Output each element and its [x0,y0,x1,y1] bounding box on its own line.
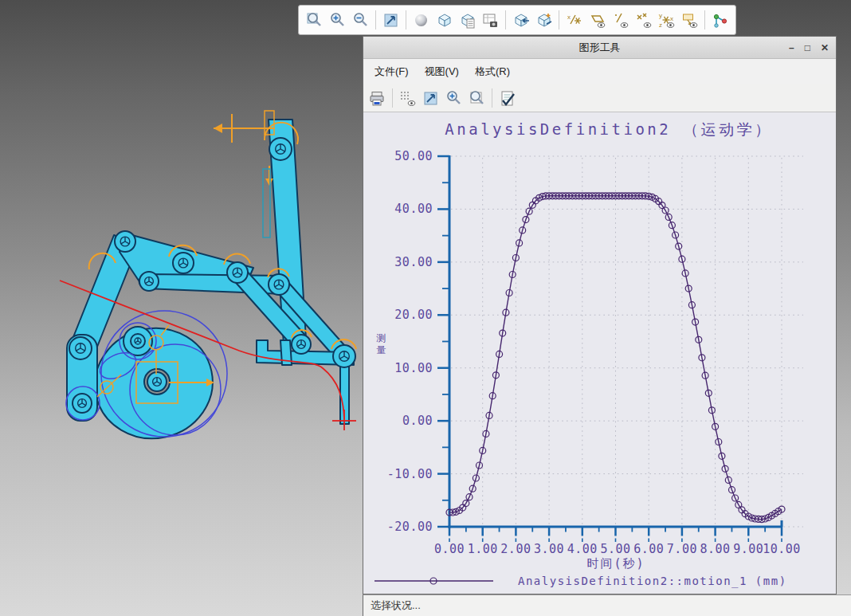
display-style-button[interactable] [433,9,455,31]
zoom-box-button[interactable] [466,87,488,109]
svg-text:时间(秒): 时间(秒) [586,556,645,571]
toolbar-separator [505,10,506,29]
svg-text:40.00: 40.00 [394,202,433,216]
svg-text:x: x [567,14,571,21]
joint-marker[interactable] [139,272,159,291]
view-manager-button[interactable] [533,9,555,31]
svg-text:5.00: 5.00 [600,542,630,556]
toolbar-separator [704,10,705,29]
chart-grid [451,156,803,527]
point-display-button[interactable] [633,9,654,31]
zoom-out-button[interactable] [350,9,371,31]
capture-button[interactable] [480,9,501,31]
repaint-button[interactable] [380,9,402,31]
joint-marker[interactable] [131,334,145,348]
joint-marker[interactable] [115,231,135,252]
options-icon [498,89,516,108]
joint-marker[interactable] [147,372,167,391]
y-axis [437,155,449,528]
svg-text:10.00: 10.00 [763,542,801,556]
legend-label: AnalysisDefinition2::motion_1 (mm) [518,575,787,588]
datum-display-button[interactable]: x [563,9,585,31]
joint-marker[interactable] [69,337,92,359]
datum-display-icon: x [565,11,583,29]
toolbar-separator [392,88,393,108]
axis-display-button[interactable] [610,9,631,31]
display-options-button[interactable] [457,9,478,31]
graph-toolbar [363,84,836,112]
saved-views-icon [512,11,530,29]
view-manager-icon [535,11,553,29]
svg-text:20.00: 20.00 [394,308,433,322]
joint-marker[interactable] [227,262,248,283]
link-lower-plate [139,274,289,294]
status-text: 选择状况... [371,598,421,613]
svg-text:x: x [670,15,673,22]
spin-center-icon [711,11,729,29]
toolbar-separator [492,88,492,108]
svg-text:4.00: 4.00 [567,542,598,556]
toolbar-separator [406,10,406,29]
minimize-button[interactable]: – [789,43,794,53]
svg-text:z: z [659,22,662,29]
repaint-button[interactable] [420,87,441,109]
svg-text:50.00: 50.00 [394,149,433,163]
menu-view[interactable]: 视图(V) [417,60,467,84]
close-button[interactable]: ✕ [821,43,829,53]
menu-bar: 文件(F) 视图(V) 格式(R) [363,59,836,84]
zoom-in-icon [328,11,347,29]
svg-text:-20.00: -20.00 [387,520,433,534]
window-titlebar[interactable]: 图形工具 – □ ✕ [363,37,836,59]
annotation-display-button[interactable] [679,9,700,31]
spin-center-button[interactable] [709,9,731,31]
toolbar-separator [375,10,376,29]
svg-text:10.00: 10.00 [394,361,433,375]
repaint-icon [422,89,440,108]
shading-icon [412,11,430,29]
plane-display-button[interactable] [586,9,608,31]
zoom-box-icon [468,89,486,108]
saved-views-button[interactable] [510,9,531,31]
maximize-button[interactable]: □ [805,43,810,53]
csys-display-button[interactable]: yzx [656,9,677,31]
joint-marker[interactable] [269,274,289,295]
joint-marker[interactable] [269,138,292,160]
svg-text:1.00: 1.00 [468,542,498,556]
grid-toggle-button[interactable] [397,87,418,109]
print-button[interactable] [367,87,388,109]
menu-format[interactable]: 格式(R) [467,60,518,84]
plane-display-icon [588,11,606,29]
joint-marker[interactable] [333,345,355,367]
zoom-in-button[interactable] [327,9,348,31]
shading-button[interactable] [410,9,432,31]
svg-text:-10.00: -10.00 [387,467,433,481]
display-options-icon [458,11,476,29]
svg-text:y: y [659,12,662,19]
joint-marker[interactable] [73,394,92,413]
svg-text:3.00: 3.00 [534,542,564,556]
svg-text:0.00: 0.00 [434,542,465,556]
mechanism-links[interactable] [67,120,354,449]
window-title: 图形工具 [579,41,621,55]
svg-text:测: 测 [376,332,387,343]
joint-marker[interactable] [292,335,311,354]
window-controls: – □ ✕ [789,37,829,58]
svg-text:6.00: 6.00 [633,542,664,556]
chart-canvas: AnalysisDefinition2 （运动学） -20.00-10.000.… [363,112,836,594]
zoom-in-icon [445,89,463,108]
svg-text:9.00: 9.00 [733,542,763,556]
joint-marker[interactable] [173,253,194,273]
svg-text:7.00: 7.00 [667,542,697,556]
options-button[interactable] [496,87,518,109]
grid-toggle-icon [398,89,417,108]
graph-tool-window: 图形工具 – □ ✕ 文件(F) 视图(V) 格式(R) AnalysisDef… [363,36,837,594]
status-bar: 选择状况... [363,594,851,616]
zoom-region-icon [305,11,324,29]
zoom-region-button[interactable] [304,9,325,31]
point-display-icon [634,11,653,29]
main-graphics-toolbar: xyzx [298,5,736,35]
menu-file[interactable]: 文件(F) [367,60,417,84]
model-canvas[interactable] [0,0,363,616]
application-viewport: xyzx 图形工具 – □ ✕ 文件(F) 视图(V) 格式(R) Analys… [0,0,851,616]
zoom-in-button[interactable] [443,87,465,109]
